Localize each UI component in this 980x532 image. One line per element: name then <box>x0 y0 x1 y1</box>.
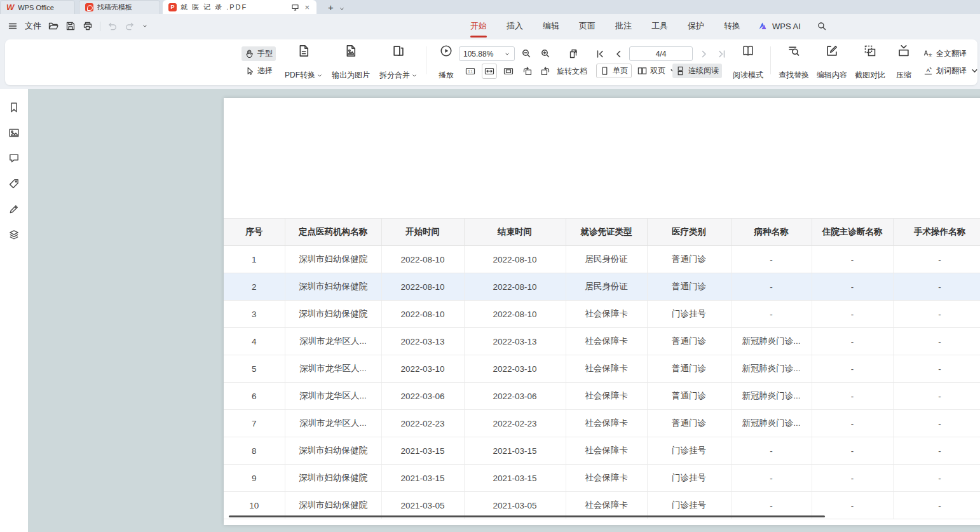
table-row: 5深圳市龙华区人...2022-03-102022-03-10社会保障卡普通门诊… <box>224 355 980 383</box>
table-cell: - <box>731 273 812 301</box>
export-image-button[interactable]: 输出为图片 <box>328 44 374 81</box>
attachment-tag-icon[interactable] <box>8 178 20 189</box>
table-cell: - <box>812 328 893 355</box>
extract-pages-button[interactable] <box>567 47 580 60</box>
play-button[interactable]: 播放 <box>432 44 460 81</box>
table-cell: 深圳市龙华区人... <box>285 355 381 383</box>
table-cell: 2022-03-13 <box>464 328 566 355</box>
table-cell: 2022-03-10 <box>464 355 566 383</box>
table-cell: - <box>893 328 980 355</box>
thumbnail-icon[interactable] <box>8 127 20 139</box>
find-replace-label: 查找替换 <box>779 70 809 81</box>
table-cell: - <box>812 383 893 410</box>
toolbar-panel: 手型 选择 PDF转换 输出为图片 拆分合并 播放 105.88 <box>5 39 977 85</box>
monitor-icon[interactable] <box>291 3 299 11</box>
table-cell: 9 <box>224 465 285 492</box>
find-replace-button[interactable]: 查找替换 <box>775 44 812 81</box>
actual-size-button[interactable] <box>464 65 477 78</box>
chevron-down-icon <box>411 72 418 79</box>
table-cell: 深圳市龙华区人... <box>285 383 381 410</box>
table-cell: 新冠肺炎门诊... <box>731 328 812 355</box>
single-page-button[interactable]: 单页 <box>596 64 632 78</box>
tab-label: 找稿壳模板 <box>97 3 132 12</box>
tab-wps-office[interactable]: W WPS Office <box>0 0 75 14</box>
table-cell: 2022-02-23 <box>381 410 464 437</box>
last-page-button[interactable] <box>716 48 728 60</box>
file-menu[interactable]: 文件 <box>25 20 41 32</box>
zoom-in-button[interactable] <box>539 47 552 60</box>
table-cell: - <box>731 465 812 492</box>
divider <box>426 46 426 74</box>
layers-icon[interactable] <box>8 229 20 240</box>
zoom-level-select[interactable]: 105.88% <box>459 46 515 61</box>
redo-icon[interactable] <box>125 21 135 31</box>
split-merge-label: 拆分合并 <box>379 70 410 81</box>
table-cell: - <box>893 383 980 410</box>
zoom-out-button[interactable] <box>520 47 533 60</box>
undo-icon[interactable] <box>107 21 118 31</box>
table-cell: - <box>731 246 812 273</box>
screenshot-compare-button[interactable]: 截图对比 <box>852 44 888 81</box>
wps-ai-label[interactable]: WPS AI <box>772 22 801 31</box>
read-mode-button[interactable]: 阅读模式 <box>730 44 766 81</box>
table-cell: - <box>893 246 980 273</box>
pdf-convert-button[interactable]: PDF转换 <box>282 44 325 81</box>
rotate-right-icon <box>540 66 550 76</box>
table-cell: 2022-03-10 <box>381 355 464 383</box>
comment-icon[interactable] <box>8 153 20 164</box>
menu-tools[interactable]: 工具 <box>651 14 668 38</box>
menu-protect[interactable]: 保护 <box>688 14 704 38</box>
full-translate-button[interactable]: 全文翻译 <box>920 46 970 61</box>
new-tab-button[interactable]: + <box>328 1 334 14</box>
undo-history-chevron-icon[interactable] <box>142 23 148 29</box>
annotation-pen-icon[interactable] <box>8 203 20 215</box>
select-tool-button[interactable]: 选择 <box>242 64 276 78</box>
table-cell: 新冠肺炎门诊... <box>731 410 812 437</box>
tab-list-chevron-icon[interactable] <box>339 6 345 12</box>
tab-docer-template[interactable]: 找稿壳模板 <box>79 0 160 14</box>
print-icon[interactable] <box>83 21 93 31</box>
chevron-down-icon <box>316 72 323 79</box>
bookmark-icon[interactable] <box>8 102 20 113</box>
next-page-button[interactable] <box>698 48 711 60</box>
compress-button[interactable]: 压缩 <box>890 44 918 81</box>
open-file-icon[interactable] <box>48 21 58 31</box>
table-cell: - <box>893 273 980 301</box>
fit-page-button[interactable] <box>502 65 515 78</box>
previous-page-button[interactable] <box>612 48 625 60</box>
single-page-icon <box>600 66 609 76</box>
menu-insert[interactable]: 插入 <box>507 14 523 38</box>
table-cell: 普通门诊 <box>647 383 731 410</box>
close-tab-icon[interactable]: × <box>303 3 311 11</box>
rotate-left-button[interactable] <box>521 65 534 78</box>
main-menu-icon[interactable] <box>8 21 18 31</box>
menu-home[interactable]: 开始 <box>470 14 487 38</box>
split-merge-button[interactable]: 拆分合并 <box>378 44 419 81</box>
fit-width-button[interactable] <box>482 64 497 79</box>
table-cell: - <box>812 410 893 437</box>
menu-page[interactable]: 页面 <box>579 14 595 38</box>
menu-convert[interactable]: 转换 <box>724 14 740 38</box>
rotate-document-button[interactable]: 旋转文档 <box>557 64 587 78</box>
continuous-reading-button[interactable]: 连续阅读 <box>672 64 722 78</box>
first-page-button[interactable] <box>594 48 606 60</box>
full-translate-label: 全文翻译 <box>936 48 967 59</box>
rotate-right-button[interactable] <box>539 65 552 78</box>
hand-tool-button[interactable]: 手型 <box>242 46 276 61</box>
edit-content-button[interactable]: 编辑内容 <box>813 44 850 81</box>
tab-document-pdf[interactable]: P 就 医 记 录 .PDF × <box>163 0 316 14</box>
table-cell: 社会保障卡 <box>566 410 647 437</box>
table-cell: 新冠肺炎门诊... <box>731 383 812 410</box>
menubar-search-icon[interactable] <box>817 21 827 31</box>
table-cell: 深圳市妇幼保健院 <box>285 465 381 492</box>
menu-annotate[interactable]: 批注 <box>615 14 632 38</box>
page-number-input[interactable]: 4/4 <box>629 46 693 61</box>
column-header: 定点医药机构名称 <box>285 219 381 246</box>
menu-edit[interactable]: 编辑 <box>543 14 559 38</box>
table-cell: 2022-08-10 <box>381 301 464 328</box>
word-translate-button[interactable]: 划词翻译 <box>920 64 980 78</box>
full-translate-icon <box>923 49 933 58</box>
save-icon[interactable] <box>65 21 76 31</box>
compress-icon <box>897 44 910 57</box>
wps-ai-icon[interactable] <box>758 21 768 31</box>
